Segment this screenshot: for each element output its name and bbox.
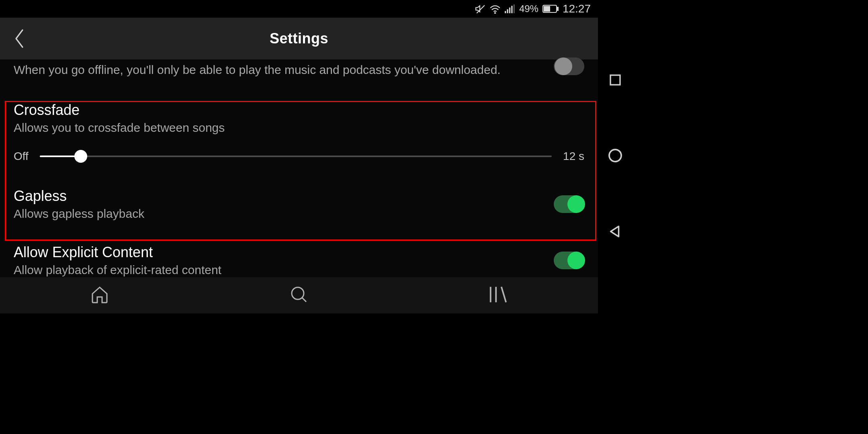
battery-percent-label: 49% [519,3,538,14]
system-nav [598,0,633,313]
page-title: Settings [0,30,598,47]
mute-icon [475,4,485,14]
svg-point-10 [292,287,304,299]
explicit-title: Allow Explicit Content [14,244,544,261]
svg-rect-9 [544,6,550,11]
setting-explicit: Allow Explicit Content Allow playback of… [0,233,598,284]
crossfade-min-label: Off [14,150,29,163]
crossfade-description: Allows you to crossfade between songs [14,121,584,135]
svg-rect-3 [507,9,508,13]
bottom-nav [0,277,598,313]
battery-icon [542,5,559,13]
settings-content: When you go offline, you'll only be able… [0,59,598,284]
sysnav-recent[interactable] [609,74,622,88]
signal-icon [505,4,515,13]
setting-offline: When you go offline, you'll only be able… [0,59,598,86]
gapless-title: Gapless [14,188,544,205]
crossfade-slider[interactable] [40,150,552,163]
offline-description: When you go offline, you'll only be able… [14,62,501,78]
explicit-description: Allow playback of explicit-rated content [14,263,544,277]
nav-search[interactable] [259,285,339,306]
crossfade-title: Crossfade [14,102,584,119]
offline-toggle[interactable] [554,57,584,75]
svg-rect-6 [514,4,515,13]
clock-label: 12:27 [563,2,591,15]
sysnav-home[interactable] [608,148,622,164]
home-icon [90,285,109,306]
svg-marker-17 [611,226,619,237]
svg-rect-15 [610,75,620,85]
wifi-icon [489,4,501,14]
svg-rect-5 [511,6,512,13]
status-bar: 49% 12:27 [0,0,598,18]
svg-rect-4 [509,8,510,13]
crossfade-max-label: 12 s [563,150,584,163]
search-icon [289,285,309,306]
svg-line-11 [302,298,306,302]
svg-rect-8 [557,7,558,10]
svg-rect-2 [505,11,506,13]
svg-line-14 [502,287,506,302]
gapless-toggle[interactable] [554,195,584,213]
gapless-description: Allows gapless playback [14,207,544,221]
svg-point-16 [609,149,621,162]
setting-crossfade: Crossfade Allows you to crossfade betwee… [0,86,598,142]
back-button[interactable] [10,26,29,51]
app-header: Settings [0,18,598,59]
sysnav-back[interactable] [608,225,622,240]
crossfade-slider-row: Off 12 s [0,142,598,174]
svg-line-0 [477,5,485,13]
app-screen: 49% 12:27 Settings When you go offline, … [0,0,598,313]
setting-gapless: Gapless Allows gapless playback [0,174,598,233]
nav-home[interactable] [59,285,140,306]
nav-library[interactable] [458,285,538,306]
explicit-toggle[interactable] [554,252,584,269]
svg-point-1 [495,12,495,13]
library-icon [488,285,508,306]
